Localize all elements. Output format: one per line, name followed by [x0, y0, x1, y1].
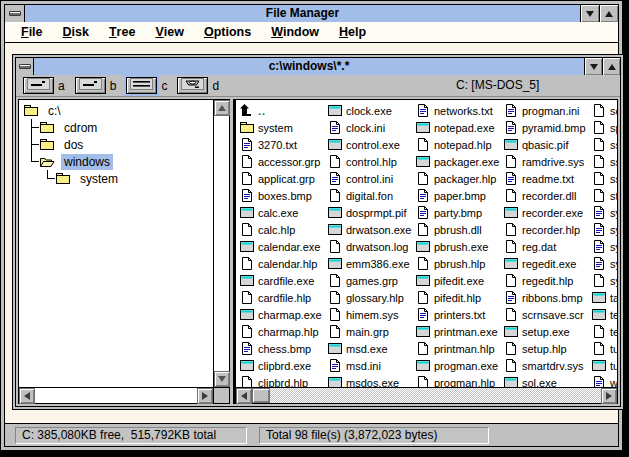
scroll-left-button[interactable] [19, 388, 35, 404]
file-item[interactable]: scrnsave.scr [503, 306, 591, 323]
file-item[interactable]: printman.hlp [415, 340, 503, 357]
menu-view[interactable]: View [145, 22, 194, 42]
file-item[interactable]: games.grp [327, 272, 415, 289]
file-item[interactable]: packager.hlp [415, 170, 503, 187]
file-item[interactable]: ribbons.bmp [503, 289, 591, 306]
file-item[interactable]: ssm [591, 153, 617, 170]
maximize-button[interactable] [599, 5, 618, 22]
file-item[interactable]: sys [591, 272, 617, 289]
scroll-track[interactable] [35, 388, 197, 403]
file-item[interactable]: readme.txt [503, 170, 591, 187]
file-item[interactable]: accessor.grp [239, 153, 327, 170]
file-item[interactable]: pifedit.hlp [415, 289, 503, 306]
scroll-track[interactable] [214, 116, 229, 371]
parent-directory-item[interactable]: .. [239, 102, 327, 119]
file-item[interactable]: drwatson.exe [327, 221, 415, 238]
file-item[interactable]: sol. [591, 102, 617, 119]
file-item[interactable]: reg.dat [503, 238, 591, 255]
drive-b-button[interactable] [75, 77, 106, 94]
file-item[interactable]: glossary.hlp [327, 289, 415, 306]
file-item[interactable]: recorder.exe [503, 204, 591, 221]
child-minimize-button[interactable] [584, 58, 602, 75]
file-item[interactable]: boxes.bmp [239, 187, 327, 204]
system-menu-button[interactable] [5, 5, 25, 22]
file-item[interactable]: calendar.exe [239, 238, 327, 255]
file-item[interactable]: networks.txt [415, 102, 503, 119]
file-item[interactable]: cardfile.hlp [239, 289, 327, 306]
tree-item-cdrom[interactable]: cdrom [19, 119, 213, 136]
file-item[interactable]: sss [591, 170, 617, 187]
file-item[interactable]: clock.exe [327, 102, 415, 119]
file-item[interactable]: progman.hlp [415, 374, 503, 387]
file-item[interactable]: ter [591, 323, 617, 340]
file-item[interactable]: ssm [591, 136, 617, 153]
menu-disk[interactable]: Disk [53, 22, 99, 42]
file-item[interactable]: packager.exe [415, 153, 503, 170]
tree-item-c[interactable]: c:\ [19, 102, 213, 119]
file-horizontal-scrollbar[interactable] [236, 387, 617, 403]
minimize-button[interactable] [580, 5, 599, 22]
file-item[interactable]: tut [591, 357, 617, 374]
file-item[interactable]: chess.bmp [239, 340, 327, 357]
file-item[interactable]: charmap.exe [239, 306, 327, 323]
scroll-up-button[interactable] [214, 100, 230, 116]
file-item[interactable]: clock.ini [327, 119, 415, 136]
tree-vertical-scrollbar[interactable] [213, 100, 229, 387]
drive-d-button[interactable] [177, 77, 208, 94]
file-item[interactable]: tas [591, 289, 617, 306]
file-item[interactable]: main.grp [327, 323, 415, 340]
file-item[interactable]: clipbrd.exe [239, 357, 327, 374]
menu-options[interactable]: Options [194, 22, 261, 42]
file-item[interactable]: emm386.exe [327, 255, 415, 272]
file-item[interactable]: msd.exe [327, 340, 415, 357]
file-item[interactable]: pbrush.hlp [415, 255, 503, 272]
file-item[interactable]: calc.hlp [239, 221, 327, 238]
file-item[interactable]: digital.fon [327, 187, 415, 204]
file-item[interactable]: sol.exe [503, 374, 591, 387]
file-item[interactable]: sys [591, 204, 617, 221]
scroll-track[interactable] [270, 388, 601, 403]
file-item[interactable]: tut [591, 340, 617, 357]
file-item[interactable]: smartdrv.sys [503, 357, 591, 374]
file-item[interactable]: party.bmp [415, 204, 503, 221]
file-item[interactable]: paper.bmp [415, 187, 503, 204]
file-item[interactable]: sys [591, 255, 617, 272]
file-item[interactable]: 3270.txt [239, 136, 327, 153]
menu-file[interactable]: File [11, 22, 53, 42]
scroll-left-button[interactable] [236, 388, 252, 404]
file-item[interactable]: regedit.exe [503, 255, 591, 272]
file-item[interactable]: system [239, 119, 327, 136]
file-item[interactable]: notepad.hlp [415, 136, 503, 153]
file-item[interactable]: clipbrd.hlp [239, 374, 327, 387]
tree-item-system[interactable]: system [19, 170, 213, 187]
file-item[interactable]: qbasic.pif [503, 136, 591, 153]
menu-tree[interactable]: Tree [99, 22, 145, 42]
file-item[interactable]: setup.hlp [503, 340, 591, 357]
file-item[interactable]: printers.txt [415, 306, 503, 323]
file-item[interactable]: spa [591, 119, 617, 136]
file-item[interactable]: msdos.exe [327, 374, 415, 387]
file-item[interactable]: ter [591, 306, 617, 323]
file-item[interactable]: printman.exe [415, 323, 503, 340]
scroll-right-button[interactable] [601, 388, 617, 404]
child-system-menu-button[interactable] [16, 58, 34, 75]
file-item[interactable]: recorder.dll [503, 187, 591, 204]
file-item[interactable]: sys [591, 238, 617, 255]
tree-item-dos[interactable]: dos [19, 136, 213, 153]
file-item[interactable]: regedit.hlp [503, 272, 591, 289]
file-item[interactable]: control.ini [327, 170, 415, 187]
child-maximize-button[interactable] [602, 58, 620, 75]
drive-c-button[interactable] [126, 77, 157, 94]
file-item[interactable]: drwatson.log [327, 238, 415, 255]
file-item[interactable]: sta [591, 187, 617, 204]
scroll-down-button[interactable] [214, 371, 230, 387]
file-item[interactable]: charmap.hlp [239, 323, 327, 340]
tree-horizontal-scrollbar[interactable] [19, 387, 213, 403]
file-item[interactable]: control.hlp [327, 153, 415, 170]
file-item[interactable]: dosprmpt.pif [327, 204, 415, 221]
file-item[interactable]: calc.exe [239, 204, 327, 221]
file-item[interactable]: cardfile.exe [239, 272, 327, 289]
file-item[interactable]: applicat.grp [239, 170, 327, 187]
file-item[interactable]: notepad.exe [415, 119, 503, 136]
file-item[interactable]: pyramid.bmp [503, 119, 591, 136]
